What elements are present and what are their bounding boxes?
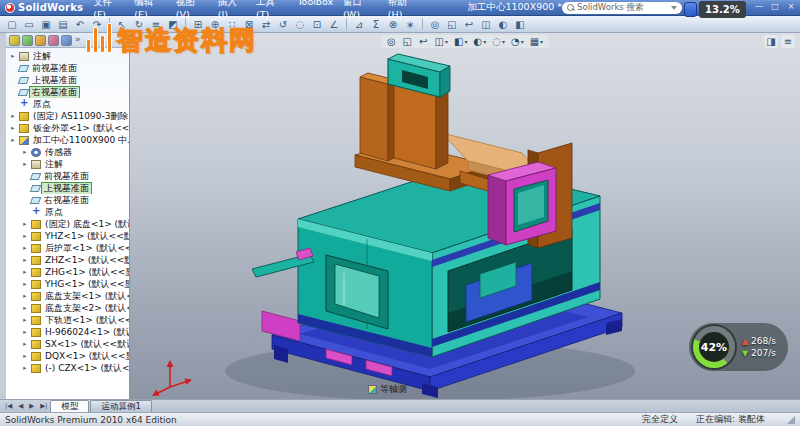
search-dropdown-icon[interactable] <box>671 6 677 10</box>
tree-item[interactable]: ▸ 底盘支架<2> (默认<... <box>6 302 129 314</box>
tree-item[interactable]: ▸ 钣金外罩<1> (默认<<... <box>6 122 129 134</box>
hide-show-items-icon[interactable]: ◌ ▾ <box>490 36 507 47</box>
tree-item[interactable]: ▸ YHZ<1> (默认<<默认... <box>6 230 129 242</box>
expand-arrow-icon[interactable]: ▸ <box>9 136 17 144</box>
tree-item[interactable]: ▸ DQX<1> (默认<<显示... <box>6 350 129 362</box>
previous-view-icon[interactable]: ↩ <box>417 36 430 47</box>
section-view-icon[interactable]: ◫ <box>478 17 494 32</box>
menu-item[interactable]: 窗口(W) <box>338 0 383 20</box>
configuration-manager-tab[interactable] <box>35 35 46 46</box>
search-input[interactable]: SolidWorks 搜索 <box>562 2 682 14</box>
tree-item[interactable]: ▸ 注解 <box>6 158 129 170</box>
open-file-icon[interactable]: ▭ <box>21 17 37 32</box>
tree-item[interactable]: 右视基准面 <box>6 86 129 98</box>
expand-arrow-icon[interactable]: ▸ <box>21 328 29 336</box>
tree-item[interactable]: ▸ H-966024<1> (默认... <box>6 326 129 338</box>
tree-item[interactable]: ▸ 注解 <box>6 50 129 62</box>
dimxpert-manager-tab[interactable] <box>48 35 59 46</box>
section-view-icon[interactable]: ◫ ▾ <box>432 36 449 47</box>
tree-item-label: YHZ<1> (默认<<默认... <box>43 231 129 242</box>
expand-arrow-icon[interactable]: ▸ <box>21 220 29 228</box>
tree-item[interactable]: ▸ ZHG<1> (默认<<显示... <box>6 266 129 278</box>
separator[interactable] <box>346 18 347 30</box>
menu-item[interactable]: Toolbox <box>292 0 338 20</box>
menu-item[interactable]: 工具(T) <box>251 0 292 20</box>
menu-item[interactable]: 帮助(H) <box>383 0 426 20</box>
expand-arrow-icon[interactable]: ▸ <box>21 268 29 276</box>
display-style-icon[interactable]: ◐ <box>495 17 511 32</box>
tab-nav-arrow-icon[interactable]: ◀ <box>15 402 26 410</box>
tree-item[interactable]: 上视基准面 <box>6 182 129 194</box>
window-control-button[interactable]: □ <box>769 2 781 11</box>
previous-view-icon[interactable]: ↩ <box>461 17 477 32</box>
tab-nav-arrow-icon[interactable]: |◀ <box>2 402 15 410</box>
view-orientation-icon[interactable]: ◧ ▾ <box>452 36 469 47</box>
expand-arrow-icon[interactable]: ▸ <box>21 160 29 168</box>
apply-scene-icon[interactable]: ▦ ▾ <box>528 36 545 47</box>
tree-item[interactable]: 前视基准面 <box>6 170 129 182</box>
feature-manager-tab[interactable] <box>9 35 20 46</box>
menu-item[interactable]: 文件(F) <box>88 0 129 20</box>
tree-item[interactable]: ▸ 下轨道<1> (默认<<... <box>6 314 129 326</box>
tree-item[interactable]: ▸ 传感器 <box>6 146 129 158</box>
tab-nav-arrow-icon[interactable]: ▶ <box>26 402 37 410</box>
tree-item[interactable]: ▸ YHG<1> (默认<<显示... <box>6 278 129 290</box>
window-control-button[interactable]: × <box>785 2 797 11</box>
expand-arrow-icon[interactable]: ▸ <box>21 316 29 324</box>
tree-item[interactable]: ▸ (固定) 底盘<1> (默认<... <box>6 218 129 230</box>
edit-appearance-icon[interactable]: ◔ ▾ <box>509 36 526 47</box>
window-control-button[interactable]: — <box>753 2 765 11</box>
print-icon[interactable]: ▤ <box>55 17 71 32</box>
menu-item[interactable]: 插入(I) <box>213 0 251 20</box>
separator[interactable] <box>109 18 110 30</box>
save-icon[interactable]: ▣ <box>38 17 54 32</box>
expand-arrow-icon[interactable]: ▸ <box>21 232 29 240</box>
tab-nav-arrow-icon[interactable]: ▶| <box>37 402 50 410</box>
graphics-viewport[interactable]: ◎ ◱ ↩ ◫ ▾ <box>130 33 800 399</box>
separator[interactable] <box>422 18 423 30</box>
resize-grip[interactable] <box>787 416 795 424</box>
expand-arrow-icon[interactable]: ▸ <box>21 280 29 288</box>
tree-item[interactable]: ▸ SX<1> (默认<<默认... <box>6 338 129 350</box>
task-pane-toggle-icon[interactable]: ◨ <box>764 35 778 48</box>
expand-arrow-icon[interactable]: ▸ <box>21 148 29 156</box>
expand-arrow-icon[interactable]: ▸ <box>21 244 29 252</box>
tree-item[interactable]: ▸ 后护罩<1> (默认<<... <box>6 242 129 254</box>
expand-arrow-icon[interactable]: ▸ <box>21 292 29 300</box>
zoom-area-icon[interactable]: ◱ <box>401 36 415 47</box>
tree-item[interactable]: 上视基准面 <box>6 74 129 86</box>
tree-item[interactable]: 原点 <box>6 98 129 110</box>
zoom-area-icon[interactable]: ◱ <box>444 17 460 32</box>
tree-item[interactable]: ▸ (-) CZX<1> (默认<<... <box>6 362 129 374</box>
menu-item[interactable]: 编辑(E) <box>129 0 171 20</box>
tree-item[interactable]: 右视基准面 <box>6 194 129 206</box>
tree-item[interactable]: 原点 <box>6 206 129 218</box>
display-style-icon[interactable]: ◐ ▾ <box>471 36 488 47</box>
expand-arrow-icon[interactable]: ▸ <box>9 112 17 120</box>
expand-arrow-icon[interactable]: ▸ <box>21 364 29 372</box>
document-tab[interactable]: 模型 <box>50 400 89 412</box>
expand-arrow-icon[interactable]: ▸ <box>21 340 29 348</box>
document-tab[interactable]: 运动算例1 <box>90 400 151 412</box>
zoom-fit-icon[interactable]: ◎ <box>427 17 443 32</box>
display-manager-tab[interactable] <box>61 35 72 46</box>
undo-icon[interactable]: ↶ <box>72 17 88 32</box>
tree-item[interactable]: 前视基准面 <box>6 62 129 74</box>
expand-arrow-icon[interactable]: ▸ <box>9 124 17 132</box>
separator[interactable] <box>185 18 186 30</box>
tree-item[interactable]: ▸ (固定) AS11090-3删除+1... <box>6 110 129 122</box>
task-pane-menu-icon[interactable]: ≡ <box>781 35 795 48</box>
new-file-icon[interactable]: ▢ <box>4 17 20 32</box>
zoom-fit-icon[interactable]: ◎ <box>385 36 399 47</box>
expand-arrow-icon[interactable]: ▸ <box>21 304 29 312</box>
tree-item[interactable]: ▸ ZHZ<1> (默认<<默认... <box>6 254 129 266</box>
expand-arrow-icon[interactable]: ▸ <box>9 52 17 60</box>
expand-arrow-icon[interactable]: ▸ <box>21 256 29 264</box>
property-manager-tab[interactable] <box>22 35 33 46</box>
menu-item[interactable]: 视图(V) <box>171 0 213 20</box>
tree-item[interactable]: ▸ 底盘支架<1> (默认<... <box>6 290 129 302</box>
view-orientation-icon[interactable]: ◧ <box>512 17 528 32</box>
panel-flyout-icon[interactable] <box>74 35 83 46</box>
expand-arrow-icon[interactable]: ▸ <box>21 352 29 360</box>
tree-item[interactable]: ▸ 加工中心1100X900 中... <box>6 134 129 146</box>
